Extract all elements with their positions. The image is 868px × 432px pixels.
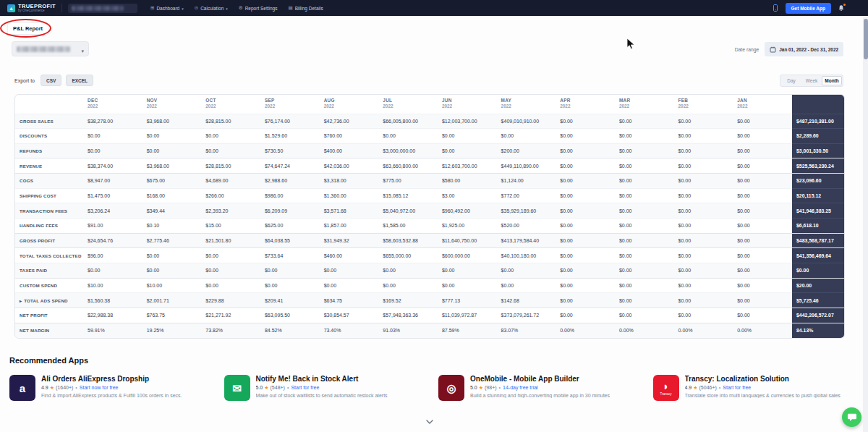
cell-shipping-cost: $986.00	[260, 188, 320, 203]
table-row-transaction-fees: TRANSACTION FEES$3,206.24$349.44$2,393.2…	[15, 203, 844, 219]
cell-handling-fees: $91.00	[83, 219, 142, 234]
cell-revenue: $12,603,700.00	[438, 158, 497, 174]
cell-shipping-cost: $0.00	[733, 188, 792, 203]
month-label: MAY	[501, 98, 552, 103]
cell-shipping-cost: $266.00	[201, 188, 260, 203]
cell-revenue: $3,968.00	[142, 158, 202, 174]
logo-subtext: by OneCommerce	[18, 9, 56, 13]
nav-item-billing-details[interactable]: ▤Billing Details	[288, 6, 323, 11]
cell-net-margin: 0.00%	[733, 323, 792, 338]
row-label-gross-profit: GROSS PROFIT	[15, 233, 83, 248]
cell-total-ads-spend: $209.41	[260, 293, 320, 308]
cell-refunds: $0.00	[733, 143, 792, 158]
calculation-icon: ⊙	[195, 6, 198, 11]
cell-gross-profit: $24,654.76	[83, 233, 142, 248]
total-revenue: $525,563,230.24	[792, 158, 844, 174]
cell-net-profit: $22,988.38	[83, 308, 142, 323]
scrollbar-thumb[interactable]	[864, 19, 868, 59]
cell-gross-profit: $0.00	[674, 233, 733, 248]
cell-transaction-fees: $0.00	[556, 203, 615, 219]
cell-cogs: $0.00	[556, 174, 615, 189]
cell-handling-fees: $625.00	[260, 219, 320, 234]
year-label: 2022	[560, 103, 610, 109]
nav-item-dashboard[interactable]: ⊞Dashboard	[150, 6, 184, 11]
cell-cogs: $675.00	[142, 174, 202, 189]
cell-shipping-cost: $0.00	[674, 188, 733, 203]
cell-discounts: $760.00	[320, 129, 379, 144]
cell-shipping-cost: $0.00	[615, 188, 674, 203]
cell-total-ads-spend: $777.13	[438, 293, 497, 308]
chat-widget-button[interactable]	[842, 407, 861, 427]
app-card-onemobile[interactable]: ◎OneMobile - Mobile App Builder5.0(98+)1…	[438, 375, 644, 401]
app-cta-link[interactable]: Start now for free	[80, 385, 119, 390]
app-meta: 4.9(1640+)Start now for free	[41, 385, 182, 391]
apps-grid-icon[interactable]	[851, 1, 856, 14]
app-cta-link[interactable]: Start for free	[723, 385, 751, 390]
nav-item-report-settings[interactable]: ⚙Report Settings	[239, 6, 278, 11]
date-range-picker[interactable]: Jan 01, 2022 - Dec 31, 2022	[765, 42, 843, 56]
total-total-ads-spend: $5,725.46	[792, 293, 844, 308]
app-card-ali-orders[interactable]: aAli Orders AliExpress Dropship4.9(1640+…	[9, 375, 216, 401]
nav-item-calculation[interactable]: ⊙Calculation	[195, 6, 228, 11]
scrollbar[interactable]	[863, 17, 868, 432]
cell-gross-sales: $66,005,800.00	[378, 114, 438, 129]
cell-net-profit: $373,079,261.72	[497, 308, 556, 323]
column-header-nov: NOV2022	[142, 95, 202, 114]
cell-discounts: $0.00	[497, 129, 556, 144]
cell-taxes-paid: $0.00	[201, 263, 260, 279]
year-label: 2022	[442, 103, 493, 109]
export-csv-button[interactable]: CSV	[41, 75, 61, 86]
total-handling-fees: $6,618.10	[792, 219, 844, 234]
app-title: Ali Orders AliExpress Dropship	[41, 375, 182, 383]
table-row-refunds: REFUNDS$0.00$0.00$0.00$730.50$400.00$3,0…	[15, 143, 844, 158]
month-label: DEC	[88, 98, 138, 103]
month-label: JUN	[442, 98, 493, 103]
cell-revenue: $42,036.00	[320, 158, 379, 174]
cell-shipping-cost: $3.00	[438, 188, 497, 203]
cell-handling-fees: $0.00	[615, 219, 674, 234]
bullet-separator	[497, 385, 503, 390]
cell-cogs: $4,689.00	[201, 174, 260, 189]
year-label: 2022	[265, 103, 315, 109]
cell-handling-fees: $0.00	[556, 219, 615, 234]
store-selector[interactable]	[12, 41, 89, 56]
table-row-taxes-paid: TAXES PAID$0.00$0.00$0.00$0.00$0.00$0.00…	[15, 263, 844, 279]
trueprofit-pl-report-screen: ▲ TRUEPROFIT by OneCommerce ⊞Dashboard⊙C…	[0, 0, 868, 432]
cell-transaction-fees: $35,929,189.60	[497, 203, 556, 219]
cell-gross-sales: $12,003,700.00	[438, 114, 497, 129]
export-excel-button[interactable]: EXCEL	[66, 75, 93, 86]
row-label-total-ads-spend[interactable]: TOTAL ADS SPEND	[15, 293, 83, 308]
cell-net-profit: $0.00	[674, 308, 733, 323]
get-mobile-app-button[interactable]: Get Mobile App	[786, 3, 831, 14]
period-week-button[interactable]: Week	[801, 76, 822, 85]
cell-custom-spend: $10.00	[83, 278, 142, 293]
cell-taxes-paid: $0.00	[556, 263, 615, 279]
column-header-sep: SEP2022	[260, 95, 320, 114]
period-day-button[interactable]: Day	[781, 76, 801, 85]
cell-net-profit: $63,095.50	[260, 308, 320, 323]
column-header-dec: DEC2022	[83, 95, 142, 114]
export-to-label: Export to	[14, 78, 35, 83]
app-cta-link[interactable]: Start for free	[291, 385, 319, 390]
report-settings-icon: ⚙	[239, 6, 243, 11]
app-card-notify-me[interactable]: ✉Notify Me! Back in Stock Alert5.0(548+)…	[224, 375, 430, 401]
app-card-transcy[interactable]: ◗TranscyTranscy: Localization Solution4.…	[653, 375, 859, 401]
cell-taxes-paid: $0.00	[674, 263, 733, 279]
notification-bell-icon[interactable]	[838, 4, 845, 12]
cell-custom-spend: $0.00	[615, 278, 674, 293]
app-review-count: (5046+)	[699, 385, 717, 390]
table-row-net-margin: NET MARGIN59.91%19.25%73.82%84.52%73.40%…	[15, 323, 844, 338]
app-icon-glyph: ◗	[663, 381, 669, 391]
metric-column-header	[15, 95, 83, 114]
app-review-count: (548+)	[271, 385, 285, 390]
period-month-button[interactable]: Month	[822, 76, 842, 85]
mobile-phone-icon[interactable]	[772, 4, 779, 12]
row-label-net-margin: NET MARGIN	[15, 323, 83, 338]
cell-shipping-cost: $1,360.00	[320, 188, 379, 203]
cell-cogs: $775.00	[378, 174, 438, 189]
collapse-chevron-icon[interactable]	[425, 415, 434, 428]
brand-logo[interactable]: ▲ TRUEPROFIT by OneCommerce	[7, 4, 56, 13]
search-input[interactable]	[68, 4, 137, 13]
app-description: Find & import AliExpress products & Fulf…	[41, 393, 182, 398]
app-cta-link[interactable]: 14-day free trial	[503, 385, 538, 390]
